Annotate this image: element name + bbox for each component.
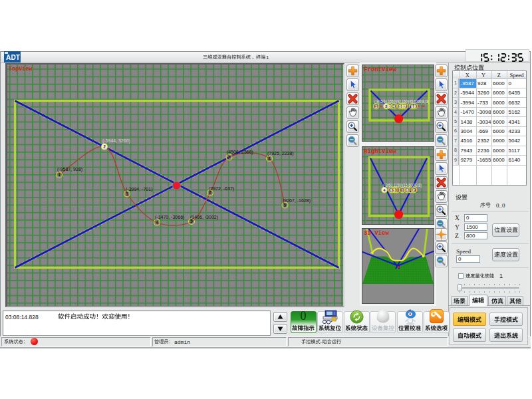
svg-text:(-9(-5(44,1550)(92,160)(45,600: (-9(-5(44,1550)(92,160)(45,6000)8,)3) (374, 99, 429, 104)
svg-text:(2972, -637): (2972, -637) (209, 186, 234, 192)
svg-text:(-3994, -701): (-3994, -701) (126, 187, 152, 192)
svg-text:7: 7 (228, 155, 231, 160)
svg-text:(-3(60,1150)(15,600)0,8): (-3(60,1150)(15,600)0,8) (383, 183, 422, 188)
svg-text:9: 9 (284, 203, 287, 207)
svg-text:6: 6 (209, 190, 211, 195)
svg-text:5: 5 (190, 219, 193, 223)
svg-text:8: 8 (268, 156, 271, 161)
svg-text:TopView: TopView (9, 66, 33, 72)
svg-text:FrontView: FrontView (364, 66, 396, 73)
svg-text:(1406, -3002): (1406, -3002) (190, 215, 218, 220)
svg-text:RightView: RightView (364, 148, 396, 155)
svg-text:3: 3 (126, 192, 128, 196)
svg-text:(-5944, 3260): (-5944, 3260) (102, 138, 130, 144)
svg-text:(9267, -1628): (9267, -1628) (283, 198, 311, 203)
svg-text:(7925, 2238): (7925, 2238) (267, 151, 294, 156)
svg-text:(-1470, -3066): (-1470, -3066) (155, 215, 184, 220)
svg-text:4: 4 (156, 220, 158, 225)
svg-text:(-9587, 928): (-9587, 928) (57, 167, 82, 172)
svg-text:2: 2 (103, 144, 106, 149)
svg-text:1: 1 (58, 172, 61, 177)
svg-text:(4506, 2366): (4506, 2366) (227, 150, 253, 155)
svg-text:3D View: 3D View (364, 230, 389, 237)
